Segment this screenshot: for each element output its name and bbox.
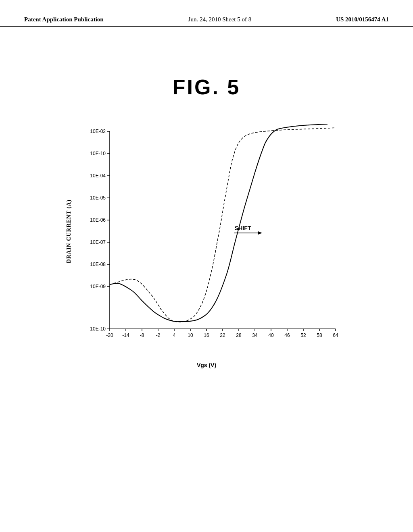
svg-text:10E-10: 10E-10 (90, 151, 106, 156)
svg-text:4: 4 (173, 332, 176, 338)
svg-text:10E-02: 10E-02 (90, 129, 106, 134)
svg-text:10E-09: 10E-09 (90, 284, 106, 289)
svg-text:10: 10 (188, 332, 193, 338)
svg-text:-20: -20 (106, 332, 113, 338)
header-center: Jun. 24, 2010 Sheet 5 of 8 (188, 16, 252, 23)
svg-text:10E-08: 10E-08 (90, 262, 106, 267)
svg-text:64: 64 (333, 332, 338, 338)
svg-text:-8: -8 (140, 332, 144, 338)
svg-text:34: 34 (252, 332, 258, 338)
header-right: US 2010/0156474 A1 (336, 16, 389, 23)
svg-text:10E-10: 10E-10 (90, 326, 106, 332)
chart-svg: 10E-02 10E-10 10E-04 10E-05 10E-06 10E-0… (65, 123, 348, 357)
svg-text:10E-07: 10E-07 (90, 239, 106, 245)
svg-text:-14: -14 (122, 332, 129, 338)
shift-label: SHIFT (235, 225, 251, 231)
svg-text:40: 40 (268, 332, 274, 338)
svg-text:-2: -2 (156, 332, 161, 338)
header-left: Patent Application Publication (24, 16, 104, 23)
svg-text:22: 22 (220, 332, 225, 338)
svg-rect-0 (110, 131, 336, 329)
svg-text:46: 46 (284, 332, 290, 338)
y-axis-label: DRAIN CURRENT (A) (66, 200, 72, 263)
svg-text:52: 52 (300, 332, 306, 338)
figure-title: FIG. 5 (0, 75, 413, 99)
x-axis-label: Vgs (V) (65, 362, 348, 368)
chart-wrapper: DRAIN CURRENT (A) 10E-02 10E-10 10E-04 1… (65, 123, 348, 368)
svg-text:28: 28 (236, 332, 242, 338)
page-header: Patent Application Publication Jun. 24, … (0, 0, 413, 27)
svg-text:10E-05: 10E-05 (90, 195, 106, 201)
svg-text:10E-06: 10E-06 (90, 217, 106, 223)
svg-text:58: 58 (317, 332, 322, 338)
svg-text:10E-04: 10E-04 (90, 173, 106, 179)
svg-text:16: 16 (204, 332, 209, 338)
